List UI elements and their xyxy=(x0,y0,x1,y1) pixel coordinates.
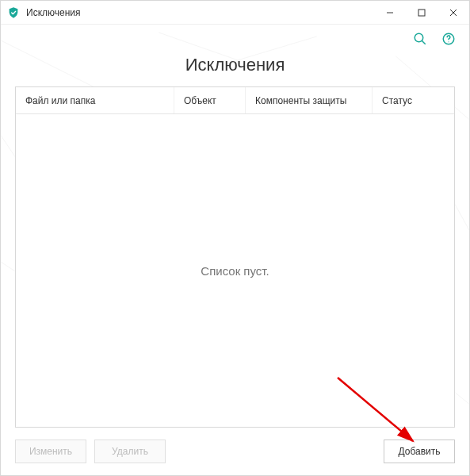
page-title: Исключения xyxy=(1,55,469,75)
toolbar xyxy=(1,25,469,53)
column-status[interactable]: Статус xyxy=(373,87,428,113)
close-button[interactable] xyxy=(438,1,469,25)
help-icon[interactable] xyxy=(441,31,457,47)
edit-button[interactable]: Изменить xyxy=(15,440,86,463)
table-body: Список пуст. xyxy=(16,114,454,427)
column-object[interactable]: Объект xyxy=(174,87,246,113)
delete-button[interactable]: Удалить xyxy=(94,440,166,463)
search-icon[interactable] xyxy=(412,31,428,47)
add-button[interactable]: Добавить xyxy=(384,440,455,463)
app-window: Исключения xyxy=(0,0,470,476)
column-spacer xyxy=(428,87,454,113)
svg-line-15 xyxy=(422,40,426,44)
svg-point-17 xyxy=(448,41,449,42)
shield-icon xyxy=(7,6,20,19)
svg-point-14 xyxy=(415,33,423,42)
minimize-button[interactable] xyxy=(374,1,406,25)
footer-buttons: Изменить Удалить Добавить xyxy=(1,428,469,475)
column-protection-components[interactable]: Компоненты защиты xyxy=(246,87,373,113)
exclusions-table: Файл или папка Объект Компоненты защиты … xyxy=(15,86,455,428)
maximize-button[interactable] xyxy=(406,1,438,25)
window-title: Исключения xyxy=(26,7,81,18)
window-controls xyxy=(374,1,469,25)
titlebar: Исключения xyxy=(1,1,469,25)
empty-list-message: Список пуст. xyxy=(201,264,269,278)
column-file-or-folder[interactable]: Файл или папка xyxy=(16,87,174,113)
svg-rect-1 xyxy=(418,10,425,16)
table-header-row: Файл или папка Объект Компоненты защиты … xyxy=(16,87,454,114)
